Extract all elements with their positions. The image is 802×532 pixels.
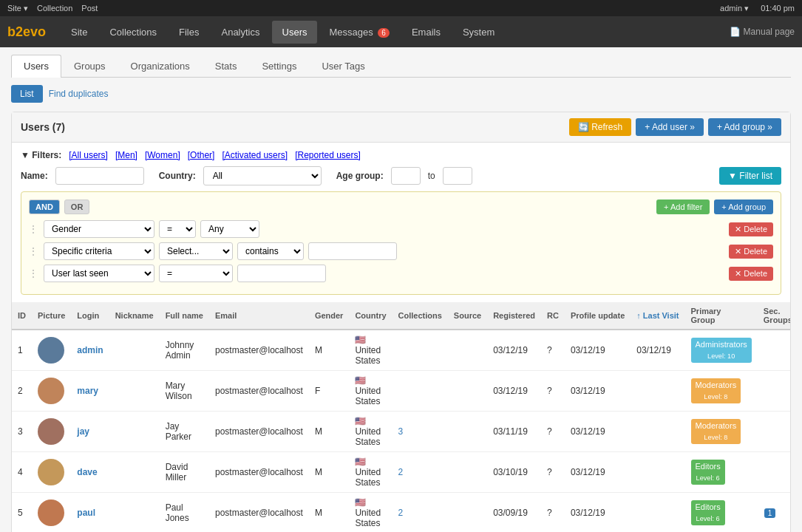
cell-email: postmaster@localhost bbox=[209, 371, 309, 412]
login-link[interactable]: mary bbox=[77, 386, 98, 396]
cell-profile-update: 03/12/19 bbox=[565, 452, 631, 493]
name-input[interactable] bbox=[55, 167, 144, 185]
criteria-op-3[interactable]: = bbox=[159, 265, 233, 282]
primary-group-badge: EditorsLevel: 6 bbox=[691, 500, 725, 525]
login-link[interactable]: admin bbox=[77, 345, 103, 355]
criteria-field-1[interactable]: Gender bbox=[44, 220, 154, 238]
nav-site[interactable]: Site bbox=[61, 21, 98, 44]
cell-sec-groups bbox=[758, 452, 790, 493]
list-button[interactable]: List bbox=[11, 85, 43, 103]
filter-women[interactable]: [Women] bbox=[145, 150, 180, 160]
filter-logic-section: AND OR + Add filter + Add group ⋮ Gender… bbox=[21, 191, 781, 295]
collections-link[interactable]: 2 bbox=[398, 467, 404, 477]
country-select[interactable]: All bbox=[203, 166, 322, 185]
cell-gender: M bbox=[309, 452, 350, 493]
add-group-button2[interactable]: + Add group bbox=[714, 200, 773, 214]
tab-stats[interactable]: Stats bbox=[203, 55, 250, 77]
nav-collections[interactable]: Collections bbox=[99, 21, 167, 44]
criteria-input-3[interactable] bbox=[237, 265, 326, 282]
cell-rc: ? bbox=[541, 412, 565, 452]
col-source: Source bbox=[448, 302, 487, 330]
collection-menu[interactable]: Collection bbox=[37, 4, 72, 13]
age-to-input[interactable] bbox=[443, 167, 472, 185]
tab-organizations[interactable]: Organizations bbox=[118, 55, 203, 77]
collections-link[interactable]: 2 bbox=[398, 508, 404, 518]
post-menu[interactable]: Post bbox=[81, 4, 98, 13]
cell-picture bbox=[32, 493, 71, 533]
login-link[interactable]: paul bbox=[77, 508, 95, 518]
login-link[interactable]: jay bbox=[77, 426, 89, 437]
nav-users[interactable]: Users bbox=[272, 21, 318, 44]
cell-last-visit bbox=[631, 493, 684, 533]
delete-criteria-2[interactable]: ✕ Delete bbox=[729, 245, 773, 259]
filters-label: ▼ Filters: bbox=[21, 150, 61, 160]
primary-group-badge: EditorsLevel: 6 bbox=[691, 460, 725, 484]
find-duplicates-link[interactable]: Find duplicates bbox=[49, 85, 109, 103]
col-last-visit[interactable]: ↑ Last Visit bbox=[631, 302, 684, 330]
or-button[interactable]: OR bbox=[64, 200, 90, 214]
collections-link[interactable]: 3 bbox=[398, 426, 404, 437]
filter-links-row: ▼ Filters: [All users] [Men] [Women] [Ot… bbox=[21, 150, 781, 160]
filter-reported[interactable]: [Reported users] bbox=[295, 150, 361, 160]
nav-system[interactable]: System bbox=[452, 21, 505, 44]
col-gender: Gender bbox=[309, 302, 350, 330]
table-row: 5 paul Paul Jones postmaster@localhost M… bbox=[12, 493, 790, 533]
cell-last-visit bbox=[631, 452, 684, 493]
tab-groups[interactable]: Groups bbox=[61, 55, 118, 77]
cell-registered: 03/12/19 bbox=[487, 330, 541, 371]
nav-files[interactable]: Files bbox=[169, 21, 209, 44]
nav-emails[interactable]: Emails bbox=[401, 21, 451, 44]
refresh-button[interactable]: 🔄 Refresh bbox=[569, 118, 631, 136]
login-link[interactable]: dave bbox=[77, 467, 97, 477]
cell-collections: 2 bbox=[392, 452, 448, 493]
col-nickname: Nickname bbox=[109, 302, 160, 330]
cell-picture bbox=[32, 330, 71, 371]
cell-picture bbox=[32, 412, 71, 452]
criteria-field-3[interactable]: User last seen bbox=[44, 265, 154, 282]
filter-section: ▼ Filters: [All users] [Men] [Women] [Ot… bbox=[12, 143, 790, 302]
criteria-field-2[interactable]: Specific criteria bbox=[44, 242, 154, 260]
filter-other[interactable]: [Other] bbox=[188, 150, 215, 160]
cell-profile-update: 03/12/19 bbox=[565, 412, 631, 452]
filter-activated[interactable]: [Activated users] bbox=[222, 150, 288, 160]
age-from-input[interactable] bbox=[391, 167, 421, 185]
criteria-row-2: ⋮ Specific criteria Select... contains ✕… bbox=[29, 242, 773, 260]
cell-profile-update: 03/12/19 bbox=[565, 493, 631, 533]
tab-users[interactable]: Users bbox=[11, 55, 61, 78]
criteria-cond-2[interactable]: contains bbox=[237, 242, 304, 260]
brand[interactable]: b2evo bbox=[7, 24, 46, 40]
primary-group-badge: ModeratorsLevel: 8 bbox=[691, 419, 741, 443]
nav-messages[interactable]: Messages 6 bbox=[319, 21, 399, 44]
tab-user-tags[interactable]: User Tags bbox=[309, 55, 377, 77]
sec-group-badge[interactable]: 1 bbox=[764, 508, 776, 518]
row-handle-1: ⋮ bbox=[29, 224, 39, 234]
country-flag: 🇺🇸 bbox=[355, 457, 366, 467]
age-group-label: Age group: bbox=[336, 171, 384, 181]
and-button[interactable]: AND bbox=[29, 200, 60, 214]
criteria-input-2[interactable] bbox=[308, 242, 397, 260]
nav-analytics[interactable]: Analytics bbox=[211, 21, 270, 44]
admin-menu[interactable]: admin ▾ bbox=[720, 4, 749, 13]
delete-criteria-3[interactable]: ✕ Delete bbox=[729, 267, 773, 281]
add-group-button[interactable]: + Add group » bbox=[708, 118, 781, 136]
tab-settings[interactable]: Settings bbox=[249, 55, 309, 77]
filter-list-button[interactable]: ▼ Filter list bbox=[719, 167, 781, 185]
filter-all-users[interactable]: [All users] bbox=[69, 150, 108, 160]
delete-criteria-1[interactable]: ✕ Delete bbox=[729, 222, 773, 236]
add-filter-button[interactable]: + Add filter bbox=[656, 200, 710, 214]
cell-country: 🇺🇸United States bbox=[349, 330, 392, 371]
cell-country: 🇺🇸United States bbox=[349, 371, 392, 412]
top-bar-left: Site ▾ Collection Post bbox=[7, 4, 98, 13]
criteria-op-1[interactable]: = bbox=[159, 220, 196, 238]
col-sec-groups: Sec.Groups bbox=[758, 302, 790, 330]
cell-last-visit: 03/12/19 bbox=[631, 330, 684, 371]
filter-men[interactable]: [Men] bbox=[115, 150, 137, 160]
cell-country: 🇺🇸United States bbox=[349, 452, 392, 493]
manual-page-link[interactable]: 📄 Manual page bbox=[730, 27, 795, 37]
criteria-val-1[interactable]: Any bbox=[200, 220, 259, 238]
table-row: 3 jay Jay Parker postmaster@localhost M … bbox=[12, 412, 790, 452]
cell-email: postmaster@localhost bbox=[209, 412, 309, 452]
site-menu[interactable]: Site ▾ bbox=[7, 4, 28, 13]
criteria-op-2[interactable]: Select... bbox=[159, 242, 233, 260]
add-user-button[interactable]: + Add user » bbox=[636, 118, 704, 136]
